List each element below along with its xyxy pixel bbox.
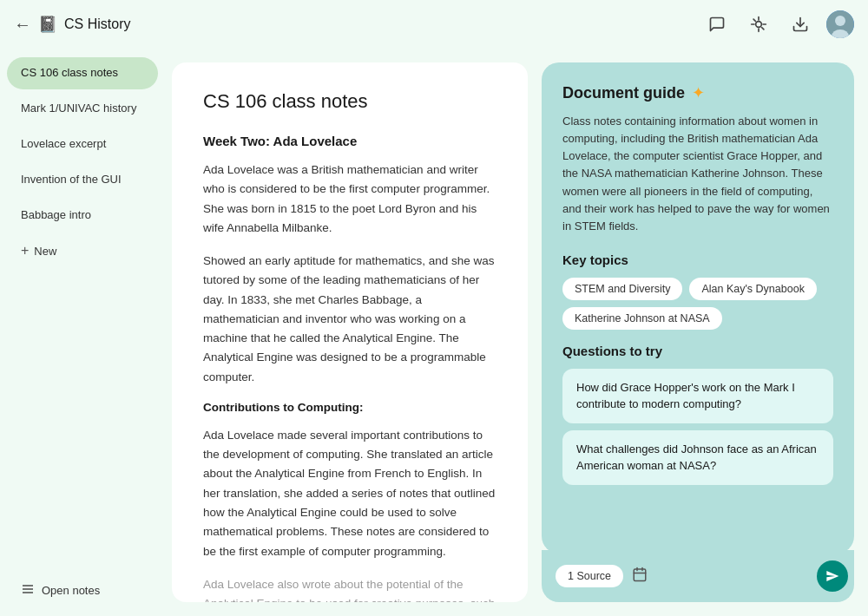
topic-chip-alan[interactable]: Alan Kay's Dynabook [689, 278, 816, 300]
svg-point-0 [756, 22, 762, 28]
input-bar: 1 Source [542, 550, 854, 602]
chat-input[interactable] [656, 569, 808, 583]
doc-panel: CS 106 class notes Week Two: Ada Lovelac… [172, 62, 528, 602]
send-button[interactable] [817, 560, 848, 592]
guide-card: Document guide ✦ Class notes containing … [542, 62, 854, 554]
question-card-2[interactable]: What challenges did Johnson face as an A… [562, 430, 833, 485]
topbar-left: ← 📓 CS History [14, 15, 694, 35]
sidebar-item-lovelace[interactable]: Lovelace excerpt [7, 128, 158, 161]
open-notes-button[interactable]: Open notes [7, 573, 158, 607]
open-notes-label: Open notes [42, 584, 100, 597]
avatar[interactable] [826, 10, 854, 38]
doc-section-contributions: Contributions to Computing: [203, 401, 496, 414]
sidebar-item-mark1[interactable]: Mark 1/UNIVAC history [7, 93, 158, 125]
topbar: ← 📓 CS History [0, 0, 868, 49]
notebook-icon: 📓 [38, 15, 57, 34]
share-icon-btn[interactable] [785, 9, 816, 40]
source-badge[interactable]: 1 Source [556, 565, 623, 587]
sidebar-item-babbage[interactable]: Babbage intro [7, 200, 158, 232]
topics-row-2: Katherine Johnson at NASA [562, 307, 833, 330]
doc-title: CS 106 class notes [203, 90, 496, 113]
sidebar-item-gui[interactable]: Invention of the GUI [7, 164, 158, 196]
svg-rect-14 [634, 569, 646, 581]
sidebar-item-cs106[interactable]: CS 106 class notes [7, 57, 158, 89]
svg-line-4 [762, 28, 764, 29]
svg-point-9 [835, 16, 845, 26]
topic-chip-stem[interactable]: STEM and Diversity [562, 278, 682, 300]
guide-star-icon: ✦ [692, 83, 705, 102]
right-panel: Document guide ✦ Class notes containing … [542, 62, 854, 602]
svg-line-3 [753, 19, 755, 21]
guide-description: Class notes containing information about… [562, 113, 833, 235]
questions-title: Questions to try [562, 344, 833, 358]
app-title: CS History [64, 16, 130, 32]
new-label: New [34, 245, 56, 258]
list-icon [21, 582, 35, 599]
guide-title: Document guide [562, 84, 685, 102]
doc-para-2: Showed an early aptitude for mathematics… [203, 252, 496, 387]
sidebar-spacer [0, 269, 165, 572]
sidebar-new-button[interactable]: + New [7, 234, 158, 267]
doc-para-3: Ada Lovelace made several important cont… [203, 426, 496, 561]
plus-icon: + [21, 243, 29, 259]
chat-icon-btn[interactable] [701, 9, 733, 40]
key-topics-title: Key topics [562, 252, 833, 267]
main-layout: CS 106 class notes Mark 1/UNIVAC history… [0, 49, 868, 616]
topics-row: STEM and Diversity Alan Kay's Dynabook [562, 278, 833, 300]
content-area: CS 106 class notes Week Two: Ada Lovelac… [165, 49, 868, 616]
question-card-1[interactable]: How did Grace Hopper's work on the Mark … [562, 369, 833, 423]
topic-chip-katherine[interactable]: Katherine Johnson at NASA [562, 307, 722, 330]
doc-para-4: Ada Lovelace also wrote about the potent… [203, 575, 496, 602]
calendar-icon[interactable] [632, 567, 648, 586]
bug-icon-btn[interactable] [743, 9, 774, 40]
sidebar: CS 106 class notes Mark 1/UNIVAC history… [0, 49, 165, 616]
doc-para-1: Ada Lovelace was a British mathematician… [203, 161, 496, 238]
guide-header: Document guide ✦ [562, 83, 833, 102]
doc-week-heading: Week Two: Ada Lovelace [203, 134, 496, 148]
topbar-right [701, 9, 854, 40]
back-icon[interactable]: ← [14, 15, 31, 35]
guide-card-inner: Class notes containing information about… [562, 113, 833, 536]
